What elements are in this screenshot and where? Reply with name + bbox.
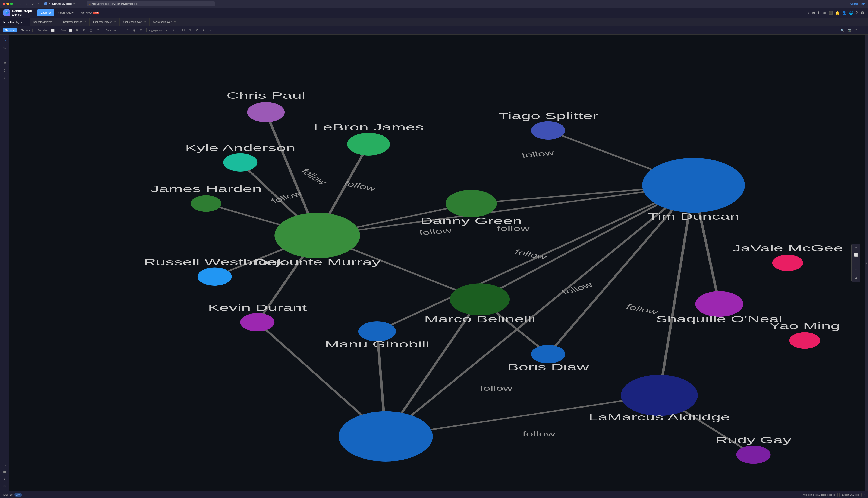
graph-canvas[interactable]: follow follow follow follow follow follo… (9, 35, 865, 491)
graph-tab-close-1[interactable]: ✕ (54, 21, 56, 23)
sidebar-icon-line[interactable]: — (1, 52, 8, 58)
status-close-button[interactable]: ✕ (863, 493, 866, 497)
browser-tab-active[interactable]: NebulaGraph Explorer ✕ (42, 1, 78, 6)
graph-tab-close-3[interactable]: ✕ (114, 21, 116, 23)
mode-3d-button[interactable]: 3D Mode (18, 28, 33, 32)
graph-tab-4[interactable]: basketballplayer ✕ (119, 18, 150, 26)
browser-back-button[interactable]: ‹ (18, 1, 23, 6)
detection-btn-1[interactable]: ○ (118, 28, 123, 33)
browser-forward-button[interactable]: › (24, 1, 29, 6)
node-manu-ginobili[interactable] (358, 321, 396, 341)
auto-btn-5[interactable]: ⬡ (95, 28, 100, 33)
sidebar-icon-share[interactable]: ◎ (1, 44, 8, 51)
auto-btn-1[interactable]: ⬜ (68, 28, 73, 33)
node-rudy-gay[interactable] (736, 446, 770, 464)
add-tab-button[interactable]: + (179, 20, 187, 24)
edit-btn-3[interactable]: ↻ (201, 28, 206, 33)
right-panel-toggle[interactable]: ‹ (865, 35, 868, 491)
node-james-harden[interactable] (191, 195, 221, 212)
node-shaquille-oneal[interactable] (695, 291, 743, 317)
toolbar-globe-icon[interactable]: 🌐 (849, 11, 853, 15)
sidebar-icon-sum[interactable]: Σ (1, 75, 8, 81)
bird-view-toggle[interactable]: ⬜ (50, 28, 55, 33)
node-yao-ming[interactable] (789, 332, 820, 349)
graph-tab-5[interactable]: basketballplayer ✕ (150, 18, 179, 26)
graph-tab-close-5[interactable]: ✕ (174, 21, 176, 23)
export-csv-button[interactable]: Export CSV File (839, 493, 861, 497)
zoom-out-button[interactable]: − (853, 267, 859, 273)
detection-btn-2[interactable]: □ (125, 28, 130, 33)
nav-item-workflow[interactable]: Workflow Beta (77, 9, 103, 16)
toolbar-import-icon[interactable]: ▦ (823, 11, 826, 15)
auto-complete-button[interactable]: Auto complete 1-degree edges (800, 493, 838, 497)
node-lamarcus-aldridge[interactable] (621, 375, 698, 416)
aggregation-btn-1[interactable]: ⤢ (164, 28, 169, 33)
browser-refresh-button[interactable]: ↻ (30, 1, 35, 6)
export-button[interactable]: ⬆ (854, 28, 859, 33)
auto-btn-2[interactable]: ⊞ (75, 28, 80, 33)
address-bar[interactable]: 🔒 Not Secure explorer.vesoft-inc.com/exp… (87, 1, 215, 6)
sidebar-icon-graph[interactable]: ⬡ (1, 36, 8, 43)
toolbar-user-icon[interactable]: 👤 (842, 11, 846, 15)
node-kevin-durant[interactable] (240, 313, 275, 331)
toolbar-notification-icon[interactable]: 🔔 (835, 11, 840, 15)
graph-tab-3[interactable]: basketballplayer ✕ (90, 18, 119, 26)
edit-btn-1[interactable]: ✎ (188, 28, 193, 33)
fit-button[interactable]: ⊡ (853, 275, 859, 280)
sidebar-icon-help[interactable]: ? (1, 476, 8, 483)
node-boris-diaw-2[interactable] (531, 345, 565, 363)
sidebar-icon-history[interactable]: ↩ (1, 462, 8, 469)
auto-btn-4[interactable]: ◫ (88, 28, 93, 33)
mode-2d-button[interactable]: 2D Mode (2, 28, 17, 32)
edit-btn-4[interactable]: ✦ (208, 28, 213, 33)
node-chris-paul[interactable] (247, 102, 285, 122)
browser-tab-close[interactable]: ✕ (73, 3, 75, 5)
detection-btn-3[interactable]: ◉ (132, 28, 137, 33)
sidebar-icon-settings[interactable]: ⚙ (1, 483, 8, 489)
node-tim-duncan[interactable] (642, 158, 745, 213)
toolbar-schema-icon[interactable]: ↕ (808, 11, 809, 15)
detection-btn-4[interactable]: ⊠ (139, 28, 144, 33)
node-lebron-james[interactable] (347, 133, 390, 156)
node-dejounte-murray[interactable] (275, 213, 360, 258)
graph-tab-close-4[interactable]: ✕ (144, 21, 146, 23)
node-danny-green[interactable] (446, 190, 497, 217)
edit-btn-2[interactable]: ↺ (194, 28, 200, 33)
browser-home-button[interactable]: ⌂ (36, 1, 41, 6)
nav-item-visual-query[interactable]: Visual Query (54, 9, 77, 16)
node-bottom-blue[interactable] (339, 411, 433, 461)
graph-tab-close-0[interactable]: ✕ (25, 21, 26, 23)
toolbar-help-icon[interactable]: ? (856, 11, 858, 15)
browser-tab-favicon (44, 2, 48, 5)
search-graph-button[interactable]: 🔍 (840, 28, 845, 33)
browser-new-tab-button[interactable]: + (78, 2, 86, 6)
frame-button[interactable]: ⬜ (853, 252, 859, 258)
maximize-window-button[interactable] (10, 2, 13, 5)
edge-label-5: follow (521, 149, 555, 159)
node-javale-mcgee[interactable] (772, 254, 803, 271)
graph-tab-1[interactable]: basketballplayer ✕ (30, 18, 60, 26)
node-marco-belinelli[interactable] (450, 283, 510, 315)
sidebar-icon-hex[interactable]: ⬡ (1, 67, 8, 74)
node-kyle-anderson[interactable] (223, 153, 257, 172)
nav-item-explorer[interactable]: Explorer (37, 9, 54, 16)
graph-tab-close-2[interactable]: ✕ (84, 21, 86, 23)
minimize-window-button[interactable] (7, 2, 9, 5)
graph-tab-0[interactable]: basketballplayer ✕ (0, 18, 30, 26)
close-window-button[interactable] (2, 2, 5, 5)
toolbar-phone-icon[interactable]: ☎ (860, 11, 865, 15)
toolbar-layout-icon[interactable]: ⊞ (812, 11, 815, 15)
node-russell-westbrook[interactable] (197, 267, 232, 286)
auto-btn-3[interactable]: ⊡ (81, 28, 87, 33)
toolbar-save-icon[interactable]: ⬛ (829, 11, 833, 15)
aggregation-btn-2[interactable]: ⤡ (171, 28, 176, 33)
panel-toggle-button[interactable]: ☰ (860, 28, 866, 33)
sidebar-icon-add[interactable]: ⊕ (1, 59, 8, 66)
toolbar-download-icon[interactable]: ⬇ (817, 11, 820, 15)
node-tiago-splitter[interactable] (531, 121, 565, 140)
graph-tab-2[interactable]: basketballplayer ✕ (60, 18, 90, 26)
zoom-in-button[interactable]: + (853, 260, 859, 266)
camera-button[interactable]: 📷 (847, 28, 852, 33)
layout-icon-button[interactable]: ⬡ (853, 245, 859, 251)
sidebar-icon-list[interactable]: ☰ (1, 469, 8, 476)
